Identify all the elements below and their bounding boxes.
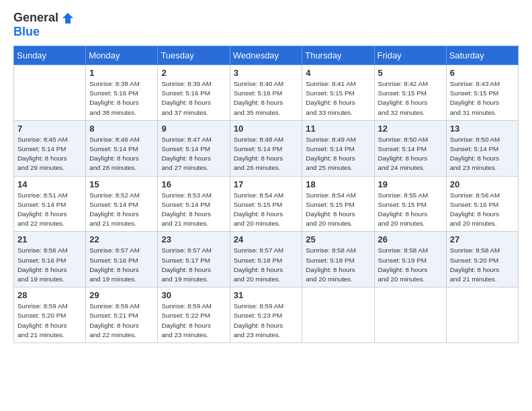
calendar-cell: 16Sunrise: 8:53 AM Sunset: 5:14 PM Dayli… — [158, 176, 230, 232]
calendar-week-row: 14Sunrise: 8:51 AM Sunset: 5:14 PM Dayli… — [14, 176, 519, 232]
day-info: Sunrise: 8:51 AM Sunset: 5:14 PM Dayligh… — [17, 191, 82, 229]
calendar-cell: 25Sunrise: 8:58 AM Sunset: 5:18 PM Dayli… — [302, 232, 374, 287]
day-info: Sunrise: 8:58 AM Sunset: 5:20 PM Dayligh… — [450, 246, 515, 284]
day-number: 13 — [450, 124, 515, 134]
logo-icon — [61, 11, 75, 25]
calendar-cell: 2Sunrise: 8:39 AM Sunset: 5:16 PM Daylig… — [158, 65, 230, 121]
page-header: General Blue — [13, 11, 519, 39]
day-info: Sunrise: 8:59 AM Sunset: 5:20 PM Dayligh… — [17, 302, 82, 340]
day-number: 22 — [89, 234, 154, 244]
calendar-cell: 7Sunrise: 8:45 AM Sunset: 5:14 PM Daylig… — [14, 120, 86, 176]
day-number: 7 — [17, 124, 82, 134]
day-number: 4 — [306, 68, 370, 78]
svg-marker-0 — [62, 13, 73, 24]
day-info: Sunrise: 8:57 AM Sunset: 5:16 PM Dayligh… — [89, 246, 154, 284]
day-info: Sunrise: 8:40 AM Sunset: 5:16 PM Dayligh… — [234, 79, 299, 118]
calendar-week-row: 28Sunrise: 8:59 AM Sunset: 5:20 PM Dayli… — [14, 287, 519, 343]
day-info: Sunrise: 8:53 AM Sunset: 5:14 PM Dayligh… — [161, 191, 226, 229]
calendar-week-row: 7Sunrise: 8:45 AM Sunset: 5:14 PM Daylig… — [14, 120, 519, 176]
calendar-cell: 14Sunrise: 8:51 AM Sunset: 5:14 PM Dayli… — [14, 176, 86, 232]
logo: General Blue — [13, 11, 75, 39]
day-info: Sunrise: 8:50 AM Sunset: 5:14 PM Dayligh… — [450, 135, 515, 173]
day-number: 19 — [378, 179, 443, 189]
day-number: 1 — [89, 68, 154, 78]
calendar-cell: 17Sunrise: 8:54 AM Sunset: 5:15 PM Dayli… — [230, 176, 302, 232]
day-number: 17 — [234, 179, 299, 189]
weekday-header: Friday — [374, 46, 446, 65]
day-number: 26 — [378, 234, 443, 244]
calendar-cell: 11Sunrise: 8:49 AM Sunset: 5:14 PM Dayli… — [302, 120, 374, 176]
day-info: Sunrise: 8:39 AM Sunset: 5:16 PM Dayligh… — [161, 79, 226, 118]
day-info: Sunrise: 8:48 AM Sunset: 5:14 PM Dayligh… — [234, 135, 299, 173]
day-number: 16 — [161, 179, 226, 189]
weekday-header: Saturday — [446, 46, 518, 65]
calendar-header-row: SundayMondayTuesdayWednesdayThursdayFrid… — [14, 46, 519, 65]
calendar-cell — [14, 65, 86, 121]
calendar-cell: 9Sunrise: 8:47 AM Sunset: 5:14 PM Daylig… — [158, 120, 230, 176]
calendar-cell: 6Sunrise: 8:43 AM Sunset: 5:15 PM Daylig… — [446, 65, 518, 121]
day-info: Sunrise: 8:47 AM Sunset: 5:14 PM Dayligh… — [161, 135, 226, 173]
calendar-table: SundayMondayTuesdayWednesdayThursdayFrid… — [13, 46, 519, 343]
day-number: 18 — [306, 179, 370, 189]
calendar-cell: 28Sunrise: 8:59 AM Sunset: 5:20 PM Dayli… — [14, 287, 86, 343]
calendar-week-row: 21Sunrise: 8:56 AM Sunset: 5:16 PM Dayli… — [14, 232, 519, 287]
day-number: 27 — [450, 234, 515, 244]
weekday-header: Tuesday — [158, 46, 230, 65]
calendar-cell: 21Sunrise: 8:56 AM Sunset: 5:16 PM Dayli… — [14, 232, 86, 287]
calendar-cell: 20Sunrise: 8:56 AM Sunset: 5:16 PM Dayli… — [446, 176, 518, 232]
day-info: Sunrise: 8:38 AM Sunset: 5:16 PM Dayligh… — [89, 79, 154, 118]
calendar-cell: 3Sunrise: 8:40 AM Sunset: 5:16 PM Daylig… — [230, 65, 302, 121]
weekday-header: Wednesday — [230, 46, 302, 65]
day-number: 28 — [17, 290, 82, 300]
calendar-cell: 10Sunrise: 8:48 AM Sunset: 5:14 PM Dayli… — [230, 120, 302, 176]
weekday-header: Monday — [86, 46, 158, 65]
day-number: 12 — [378, 124, 443, 134]
day-info: Sunrise: 8:56 AM Sunset: 5:16 PM Dayligh… — [450, 191, 515, 229]
day-info: Sunrise: 8:49 AM Sunset: 5:14 PM Dayligh… — [306, 135, 370, 173]
logo-blue-text: Blue — [13, 25, 40, 39]
day-info: Sunrise: 8:57 AM Sunset: 5:18 PM Dayligh… — [234, 246, 299, 284]
day-number: 3 — [234, 68, 299, 78]
calendar-cell: 5Sunrise: 8:42 AM Sunset: 5:15 PM Daylig… — [374, 65, 446, 121]
day-number: 9 — [161, 124, 226, 134]
day-number: 23 — [161, 234, 226, 244]
calendar-cell: 1Sunrise: 8:38 AM Sunset: 5:16 PM Daylig… — [86, 65, 158, 121]
day-number: 14 — [17, 179, 82, 189]
day-info: Sunrise: 8:55 AM Sunset: 5:15 PM Dayligh… — [378, 191, 443, 229]
calendar-cell: 23Sunrise: 8:57 AM Sunset: 5:17 PM Dayli… — [158, 232, 230, 287]
day-info: Sunrise: 8:45 AM Sunset: 5:14 PM Dayligh… — [17, 135, 82, 173]
day-number: 29 — [89, 290, 154, 300]
day-number: 8 — [89, 124, 154, 134]
calendar-cell: 13Sunrise: 8:50 AM Sunset: 5:14 PM Dayli… — [446, 120, 518, 176]
calendar-cell — [302, 287, 374, 343]
calendar-cell: 18Sunrise: 8:54 AM Sunset: 5:15 PM Dayli… — [302, 176, 374, 232]
day-number: 15 — [89, 179, 154, 189]
calendar-cell: 24Sunrise: 8:57 AM Sunset: 5:18 PM Dayli… — [230, 232, 302, 287]
day-number: 31 — [234, 290, 299, 300]
weekday-header: Thursday — [302, 46, 374, 65]
calendar-cell — [446, 287, 518, 343]
day-info: Sunrise: 8:42 AM Sunset: 5:15 PM Dayligh… — [378, 79, 443, 118]
day-number: 21 — [17, 234, 82, 244]
day-number: 10 — [234, 124, 299, 134]
calendar-cell: 12Sunrise: 8:50 AM Sunset: 5:14 PM Dayli… — [374, 120, 446, 176]
calendar-cell: 4Sunrise: 8:41 AM Sunset: 5:15 PM Daylig… — [302, 65, 374, 121]
calendar-week-row: 1Sunrise: 8:38 AM Sunset: 5:16 PM Daylig… — [14, 65, 519, 121]
day-info: Sunrise: 8:59 AM Sunset: 5:23 PM Dayligh… — [234, 302, 299, 340]
day-number: 5 — [378, 68, 443, 78]
day-number: 24 — [234, 234, 299, 244]
calendar-cell: 31Sunrise: 8:59 AM Sunset: 5:23 PM Dayli… — [230, 287, 302, 343]
calendar-cell: 27Sunrise: 8:58 AM Sunset: 5:20 PM Dayli… — [446, 232, 518, 287]
day-number: 30 — [161, 290, 226, 300]
day-number: 6 — [450, 68, 515, 78]
day-number: 2 — [161, 68, 226, 78]
day-info: Sunrise: 8:56 AM Sunset: 5:16 PM Dayligh… — [17, 246, 82, 284]
calendar-cell: 8Sunrise: 8:46 AM Sunset: 5:14 PM Daylig… — [86, 120, 158, 176]
day-info: Sunrise: 8:58 AM Sunset: 5:18 PM Dayligh… — [306, 246, 370, 284]
day-number: 11 — [306, 124, 370, 134]
day-info: Sunrise: 8:57 AM Sunset: 5:17 PM Dayligh… — [161, 246, 226, 284]
day-number: 25 — [306, 234, 370, 244]
day-number: 20 — [450, 179, 515, 189]
calendar-cell: 22Sunrise: 8:57 AM Sunset: 5:16 PM Dayli… — [86, 232, 158, 287]
weekday-header: Sunday — [14, 46, 86, 65]
